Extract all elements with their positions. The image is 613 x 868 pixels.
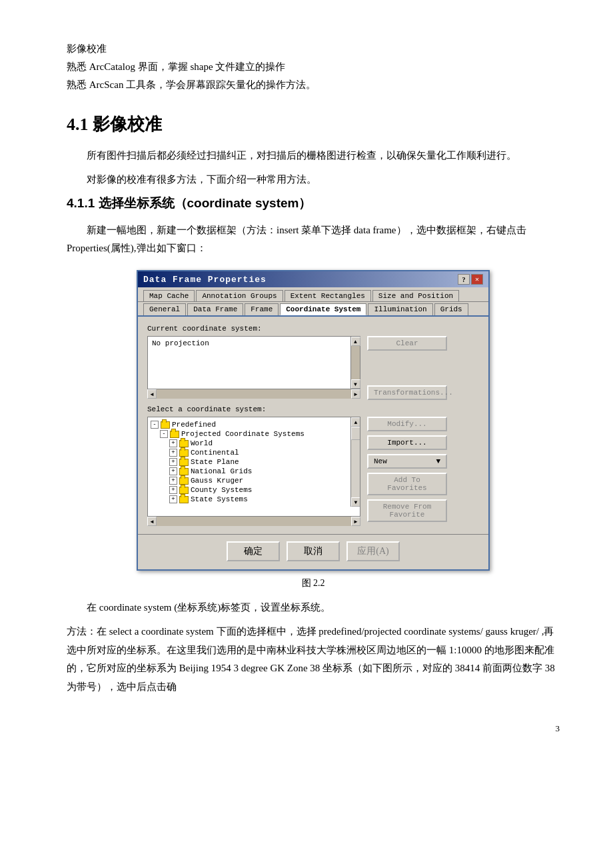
tab-size-and-position[interactable]: Size and Position [372,290,459,301]
tab-illumination[interactable]: Illumination [368,303,432,315]
section-411-para1: 新建一幅地图，新建一个数据框架（方法：insert 菜单下选择 data fra… [67,221,560,259]
tab-map-cache[interactable]: Map Cache [143,290,195,301]
folder-icon-continental [179,449,189,457]
tabs-row1: Map Cache Annotation Groups Extent Recta… [138,287,488,302]
scroll-h-track [157,389,351,399]
folder-icon-state-systems [179,496,189,503]
tabs-row2: General Data Frame Frame Coordinate Syst… [138,302,488,317]
expand-state-systems[interactable]: + [169,495,177,503]
section-411-heading: 4.1.1 选择坐标系统（coordinate system） [67,195,560,212]
tab-extent-rectangles[interactable]: Extent Rectangles [285,290,371,301]
intro-line1: 影像校准 [67,40,560,58]
dialog-body: Current coordinate system: No projection… [138,317,488,534]
new-button[interactable]: New ▼ [367,454,447,469]
tree-vscroll[interactable]: ▲ ▼ [350,417,360,507]
folder-icon-predefined [161,421,170,429]
folder-icon-projected [170,431,179,438]
folder-icon-world [179,440,189,447]
dialog-title: Data Frame Properties [143,275,267,285]
tree-label-state-systems: State Systems [191,495,248,503]
remove-from-favorites-button[interactable]: Remove From Favorite [367,499,447,522]
section-4-1: 4.1 影像校准 所有图件扫描后都必须经过扫描纠正，对扫描后的栅格图进行检查，以… [67,113,560,189]
tree-scroll-up[interactable]: ▲ [351,417,360,427]
tree-label-projected: Projected Coordinate Systems [181,430,305,438]
expand-gauss-kruger[interactable]: + [169,477,177,485]
tab-general[interactable]: General [143,303,186,315]
expand-county-systems[interactable]: + [169,486,177,494]
add-to-favorites-button[interactable]: Add To Favorites [367,473,447,495]
tree-label-predefined: Predefined [172,421,216,429]
folder-icon-national-grids [179,468,189,475]
tree-scroll-left[interactable]: ◄ [147,517,157,526]
tree-item-state-systems[interactable]: + State Systems [151,495,357,504]
tree-label-world: World [191,439,213,447]
tree-scroll-down[interactable]: ▼ [351,497,360,507]
data-frame-properties-dialog[interactable]: Data Frame Properties ? ✕ Map Cache Anno… [137,270,490,571]
tree-label-state-plane: State Plane [191,458,239,466]
clear-button[interactable]: Clear [367,336,447,351]
scroll-track [351,346,360,379]
expand-projected[interactable]: - [160,430,168,438]
cancel-button[interactable]: 取消 [287,541,340,561]
section-41-para1: 所有图件扫描后都必须经过扫描纠正，对扫描后的栅格图进行检查，以确保矢量化工作顺利… [67,147,560,165]
select-coord-section: - Predefined - Projected Coordinate Syst… [147,417,479,526]
tree-h-track [157,517,351,526]
tree-label-gauss-kruger: Gauss Kruger [191,477,243,485]
tree-label-national-grids: National Grids [191,467,252,475]
current-coord-section: No projection ▲ ▼ ◄ ► Clear [147,336,479,400]
modify-button[interactable]: Modify... [367,417,447,431]
dialog-bottom-buttons: 确定 取消 应用(A) [138,534,488,569]
folder-icon-state-plane [179,459,189,466]
intro-block: 影像校准 熟悉 ArcCatalog 界面，掌握 shape 文件建立的操作 熟… [67,40,560,94]
intro-line2: 熟悉 ArcCatalog 界面，掌握 shape 文件建立的操作 [67,58,560,76]
tree-label-county-systems: County Systems [191,486,252,494]
after-figure-para1: 在 coordinate system (坐标系统)标签页，设置坐标系统。 [67,599,560,617]
section-41-para2: 对影像的校准有很多方法，下面介绍一种常用方法。 [67,171,560,189]
coord-display-wrapper: No projection ▲ ▼ ◄ ► [147,336,360,399]
scroll-right-arrow[interactable]: ► [351,389,360,399]
coord-hscroll[interactable]: ◄ ► [147,389,360,399]
scroll-down-arrow[interactable]: ▼ [351,379,360,389]
transformations-button[interactable]: Transformations... [367,385,447,400]
expand-national-grids[interactable]: + [169,467,177,475]
tree-item-predefined[interactable]: - Predefined [151,420,357,429]
tab-frame[interactable]: Frame [245,303,279,315]
current-coord-label: Current coordinate system: [147,325,479,333]
tab-coordinate-system[interactable]: Coordinate System [280,303,366,315]
tree-scroll-right[interactable]: ► [351,517,360,526]
import-button[interactable]: Import... [367,435,447,450]
apply-button[interactable]: 应用(A) [346,541,400,561]
tree-label-continental: Continental [191,449,239,457]
folder-icon-gauss-kruger [179,477,189,485]
tab-grids[interactable]: Grids [434,303,468,315]
expand-continental[interactable]: + [169,449,177,457]
tab-data-frame[interactable]: Data Frame [187,303,243,315]
coord-display-text: No projection [152,339,209,347]
scroll-left-arrow[interactable]: ◄ [147,389,157,399]
page-number: 3 [67,723,560,734]
tree-hscroll[interactable]: ◄ ► [147,517,360,526]
tree-scroll-thumb[interactable] [351,427,360,440]
dialog-titlebar: Data Frame Properties ? ✕ [138,271,488,287]
expand-world[interactable]: + [169,439,177,447]
folder-icon-county-systems [179,487,189,494]
ok-button[interactable]: 确定 [227,541,280,561]
right-panel-top: Clear Transformations... [367,336,447,400]
new-dropdown-arrow: ▼ [436,457,440,465]
intro-line3: 熟悉 ArcScan 工具条，学会屏幕跟踪矢量化的操作方法。 [67,76,560,94]
section-411: 4.1.1 选择坐标系统（coordinate system） 新建一幅地图，新… [67,195,560,259]
coord-vscroll[interactable]: ▲ ▼ [350,337,360,389]
after-figure-para2: 方法：在 select a coordinate system 下面的选择框中，… [67,623,560,697]
right-panel-bottom: Modify... Import... New ▼ Add To Favorit… [367,417,447,522]
coord-display[interactable]: No projection ▲ ▼ [147,336,360,389]
coord-tree[interactable]: - Predefined - Projected Coordinate Syst… [147,417,360,517]
expand-predefined[interactable]: - [151,421,159,429]
titlebar-buttons: ? ✕ [458,274,483,285]
tree-wrapper: - Predefined - Projected Coordinate Syst… [147,417,360,526]
scroll-up-arrow[interactable]: ▲ [351,337,360,346]
tab-annotation-groups[interactable]: Annotation Groups [196,290,283,301]
close-button[interactable]: ✕ [471,274,483,285]
new-button-label: New [374,457,387,465]
help-button[interactable]: ? [458,274,470,285]
expand-state-plane[interactable]: + [169,458,177,466]
